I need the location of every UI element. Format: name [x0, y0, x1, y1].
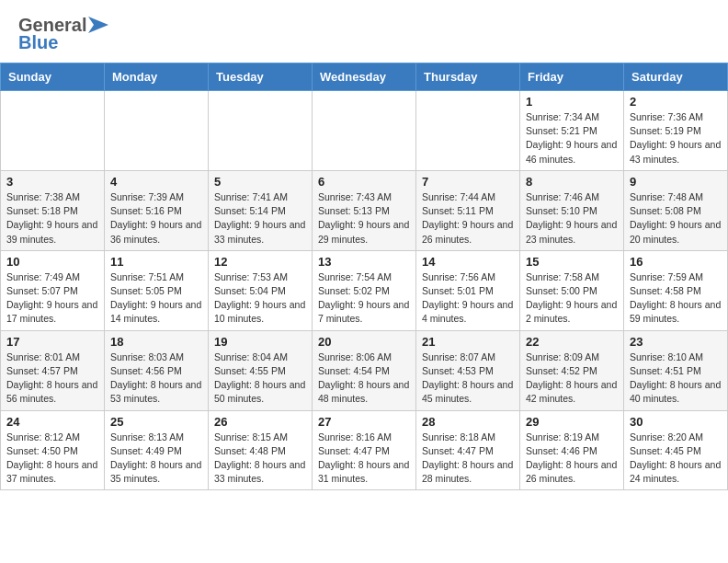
day-number: 3	[6, 175, 98, 189]
day-number: 8	[526, 175, 618, 189]
header: General Blue	[0, 0, 728, 63]
day-number: 24	[6, 415, 98, 429]
day-info: Sunrise: 8:10 AM Sunset: 4:51 PM Dayligh…	[630, 350, 722, 407]
day-number: 20	[318, 335, 410, 349]
calendar-cell: 6Sunrise: 7:43 AM Sunset: 5:13 PM Daylig…	[313, 170, 416, 250]
day-info: Sunrise: 8:06 AM Sunset: 4:54 PM Dayligh…	[318, 350, 410, 407]
day-number: 25	[110, 415, 202, 429]
calendar-cell: 11Sunrise: 7:51 AM Sunset: 5:05 PM Dayli…	[105, 250, 209, 330]
col-friday: Friday	[520, 63, 624, 91]
day-info: Sunrise: 8:09 AM Sunset: 4:52 PM Dayligh…	[526, 350, 618, 407]
day-number: 7	[422, 175, 514, 189]
day-number: 2	[630, 95, 722, 109]
svg-marker-0	[88, 17, 108, 33]
col-thursday: Thursday	[416, 63, 520, 91]
calendar-cell: 27Sunrise: 8:16 AM Sunset: 4:47 PM Dayli…	[313, 410, 416, 490]
calendar-cell: 9Sunrise: 7:48 AM Sunset: 5:08 PM Daylig…	[624, 170, 728, 250]
day-number: 22	[526, 335, 618, 349]
calendar-cell: 18Sunrise: 8:03 AM Sunset: 4:56 PM Dayli…	[105, 330, 209, 410]
col-sunday: Sunday	[1, 63, 105, 91]
day-number: 16	[630, 255, 722, 269]
day-number: 6	[318, 175, 410, 189]
calendar-cell	[1, 91, 105, 171]
calendar-cell: 4Sunrise: 7:39 AM Sunset: 5:16 PM Daylig…	[105, 170, 209, 250]
day-number: 29	[526, 415, 618, 429]
day-number: 26	[214, 415, 306, 429]
calendar-table: Sunday Monday Tuesday Wednesday Thursday…	[0, 63, 728, 490]
calendar-cell: 17Sunrise: 8:01 AM Sunset: 4:57 PM Dayli…	[1, 330, 105, 410]
calendar-cell: 5Sunrise: 7:41 AM Sunset: 5:14 PM Daylig…	[209, 170, 313, 250]
day-number: 5	[214, 175, 306, 189]
day-info: Sunrise: 7:44 AM Sunset: 5:11 PM Dayligh…	[422, 190, 514, 247]
day-info: Sunrise: 7:59 AM Sunset: 4:58 PM Dayligh…	[630, 270, 722, 327]
calendar-cell: 24Sunrise: 8:12 AM Sunset: 4:50 PM Dayli…	[1, 410, 105, 490]
calendar-cell: 20Sunrise: 8:06 AM Sunset: 4:54 PM Dayli…	[313, 330, 416, 410]
day-info: Sunrise: 7:38 AM Sunset: 5:18 PM Dayligh…	[6, 190, 98, 247]
day-info: Sunrise: 8:12 AM Sunset: 4:50 PM Dayligh…	[6, 431, 98, 487]
day-number: 27	[318, 415, 410, 429]
calendar-cell: 14Sunrise: 7:56 AM Sunset: 5:01 PM Dayli…	[416, 250, 520, 330]
day-number: 13	[318, 255, 410, 269]
day-number: 10	[6, 255, 98, 269]
logo: General Blue	[18, 15, 108, 53]
day-info: Sunrise: 8:19 AM Sunset: 4:46 PM Dayligh…	[526, 431, 618, 487]
day-number: 21	[422, 335, 514, 349]
calendar-cell	[209, 91, 313, 171]
day-info: Sunrise: 7:46 AM Sunset: 5:10 PM Dayligh…	[526, 190, 618, 247]
calendar-cell	[313, 91, 416, 171]
day-info: Sunrise: 7:36 AM Sunset: 5:19 PM Dayligh…	[630, 110, 722, 167]
calendar-week-row: 24Sunrise: 8:12 AM Sunset: 4:50 PM Dayli…	[1, 410, 728, 490]
col-saturday: Saturday	[624, 63, 728, 91]
calendar-cell: 13Sunrise: 7:54 AM Sunset: 5:02 PM Dayli…	[313, 250, 416, 330]
calendar-cell: 10Sunrise: 7:49 AM Sunset: 5:07 PM Dayli…	[1, 250, 105, 330]
calendar-cell: 23Sunrise: 8:10 AM Sunset: 4:51 PM Dayli…	[624, 330, 728, 410]
calendar-week-row: 10Sunrise: 7:49 AM Sunset: 5:07 PM Dayli…	[1, 250, 728, 330]
calendar-cell: 30Sunrise: 8:20 AM Sunset: 4:45 PM Dayli…	[624, 410, 728, 490]
calendar-cell: 19Sunrise: 8:04 AM Sunset: 4:55 PM Dayli…	[209, 330, 313, 410]
day-info: Sunrise: 8:07 AM Sunset: 4:53 PM Dayligh…	[422, 350, 514, 407]
calendar-cell	[105, 91, 209, 171]
day-number: 19	[214, 335, 306, 349]
day-number: 14	[422, 255, 514, 269]
calendar-cell: 7Sunrise: 7:44 AM Sunset: 5:11 PM Daylig…	[416, 170, 520, 250]
col-monday: Monday	[105, 63, 209, 91]
day-info: Sunrise: 7:49 AM Sunset: 5:07 PM Dayligh…	[6, 270, 98, 327]
calendar-cell: 12Sunrise: 7:53 AM Sunset: 5:04 PM Dayli…	[209, 250, 313, 330]
day-number: 18	[110, 335, 202, 349]
day-number: 11	[110, 255, 202, 269]
day-info: Sunrise: 7:58 AM Sunset: 5:00 PM Dayligh…	[526, 270, 618, 327]
calendar-cell: 26Sunrise: 8:15 AM Sunset: 4:48 PM Dayli…	[209, 410, 313, 490]
day-info: Sunrise: 7:41 AM Sunset: 5:14 PM Dayligh…	[214, 190, 306, 247]
day-info: Sunrise: 7:51 AM Sunset: 5:05 PM Dayligh…	[110, 270, 202, 327]
day-info: Sunrise: 7:43 AM Sunset: 5:13 PM Dayligh…	[318, 190, 410, 247]
calendar-cell: 8Sunrise: 7:46 AM Sunset: 5:10 PM Daylig…	[520, 170, 624, 250]
logo-arrow-icon	[88, 17, 108, 33]
calendar-cell: 1Sunrise: 7:34 AM Sunset: 5:21 PM Daylig…	[520, 91, 624, 171]
calendar-cell: 3Sunrise: 7:38 AM Sunset: 5:18 PM Daylig…	[1, 170, 105, 250]
day-info: Sunrise: 8:13 AM Sunset: 4:49 PM Dayligh…	[110, 431, 202, 487]
day-number: 1	[526, 95, 618, 109]
col-tuesday: Tuesday	[209, 63, 313, 91]
calendar-cell: 29Sunrise: 8:19 AM Sunset: 4:46 PM Dayli…	[520, 410, 624, 490]
day-number: 12	[214, 255, 306, 269]
calendar-week-row: 3Sunrise: 7:38 AM Sunset: 5:18 PM Daylig…	[1, 170, 728, 250]
day-info: Sunrise: 8:01 AM Sunset: 4:57 PM Dayligh…	[6, 350, 98, 407]
col-wednesday: Wednesday	[313, 63, 416, 91]
calendar-week-row: 1Sunrise: 7:34 AM Sunset: 5:21 PM Daylig…	[1, 91, 728, 171]
day-number: 4	[110, 175, 202, 189]
calendar-cell: 22Sunrise: 8:09 AM Sunset: 4:52 PM Dayli…	[520, 330, 624, 410]
day-info: Sunrise: 7:53 AM Sunset: 5:04 PM Dayligh…	[214, 270, 306, 327]
calendar-header-row: Sunday Monday Tuesday Wednesday Thursday…	[1, 63, 728, 91]
day-info: Sunrise: 8:15 AM Sunset: 4:48 PM Dayligh…	[214, 431, 306, 487]
day-info: Sunrise: 8:04 AM Sunset: 4:55 PM Dayligh…	[214, 350, 306, 407]
day-info: Sunrise: 8:20 AM Sunset: 4:45 PM Dayligh…	[630, 431, 722, 487]
day-info: Sunrise: 8:03 AM Sunset: 4:56 PM Dayligh…	[110, 350, 202, 407]
day-number: 23	[630, 335, 722, 349]
day-number: 15	[526, 255, 618, 269]
day-info: Sunrise: 7:34 AM Sunset: 5:21 PM Dayligh…	[526, 110, 618, 167]
day-number: 9	[630, 175, 722, 189]
day-info: Sunrise: 7:48 AM Sunset: 5:08 PM Dayligh…	[630, 190, 722, 247]
day-info: Sunrise: 7:54 AM Sunset: 5:02 PM Dayligh…	[318, 270, 410, 327]
day-number: 17	[6, 335, 98, 349]
calendar-cell: 15Sunrise: 7:58 AM Sunset: 5:00 PM Dayli…	[520, 250, 624, 330]
